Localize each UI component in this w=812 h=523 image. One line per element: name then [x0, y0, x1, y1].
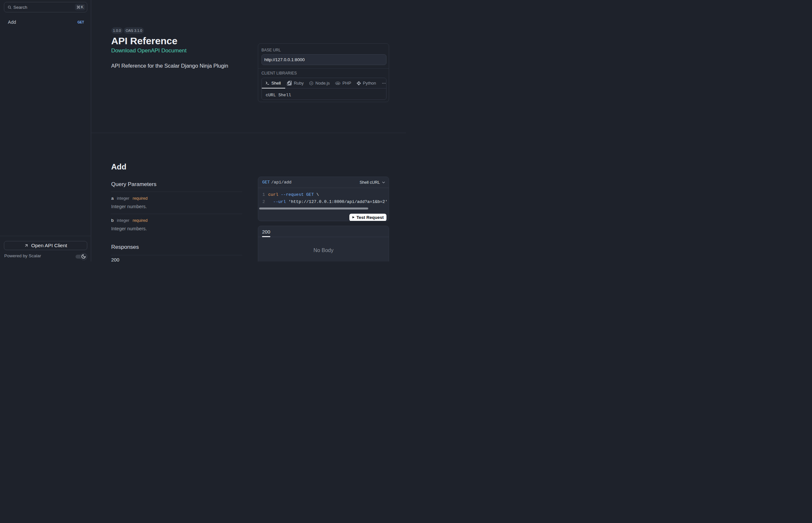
svg-text:php: php — [336, 82, 339, 84]
svg-text:JS: JS — [310, 83, 312, 84]
